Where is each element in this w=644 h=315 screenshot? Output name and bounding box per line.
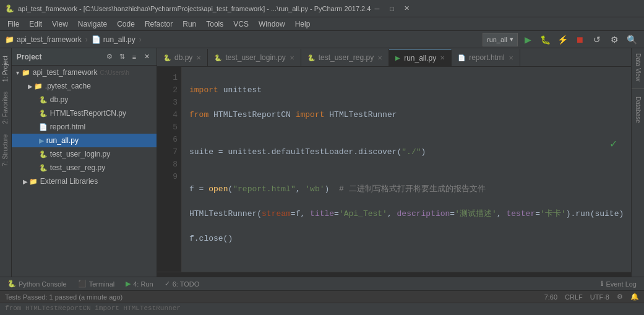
tree-item-reg[interactable]: 🐍 test_user_reg.py <box>12 161 157 175</box>
menu-item-help[interactable]: Help <box>290 19 316 30</box>
project-header-title: Project <box>17 53 42 61</box>
tab-close-report[interactable]: ✕ <box>509 54 513 61</box>
expander-icon: ▾ <box>14 69 22 76</box>
search-everywhere-button[interactable]: 🔍 <box>624 32 639 47</box>
breadcrumb-sep: › <box>85 35 88 44</box>
expander-icon: ▶ <box>27 83 34 90</box>
tree-item-extlibs[interactable]: ▶ 📁 External Libraries <box>12 175 157 188</box>
tab-label-report: report.html <box>469 53 504 62</box>
expander-icon: ▶ <box>22 178 29 185</box>
tab-close-reg[interactable]: ✕ <box>377 54 382 61</box>
tree-item-report[interactable]: 📄 report.html <box>12 120 157 134</box>
tab-todo[interactable]: ✓ 6: TODO <box>160 277 205 291</box>
run-config-selector[interactable]: run_all ▾ <box>483 33 518 46</box>
terminal-label: Terminal <box>89 280 115 288</box>
run-button[interactable]: ▶ <box>520 32 535 47</box>
tree-label-runall: run_all.py <box>46 136 79 145</box>
terminal-icon: ⬛ <box>78 280 87 288</box>
folder-icon: 📁 <box>29 178 38 186</box>
html-file-icon: 📄 <box>39 123 48 131</box>
menu-item-navigate[interactable]: Navigate <box>73 19 112 30</box>
line-ending[interactable]: CRLF <box>565 293 583 301</box>
code-content[interactable]: import unittest from HTMLTestReportCN im… <box>182 67 631 272</box>
menu-bar: FileEditViewNavigateCodeRefactorRunTools… <box>0 17 644 31</box>
tab-report[interactable]: 📄 report.html ✕ <box>452 49 520 66</box>
tab-eventlog[interactable]: ℹ Event Log <box>596 277 642 291</box>
tab-icon-reg: 🐍 <box>307 54 315 61</box>
chevron-down-icon: ▾ <box>510 35 513 43</box>
tab-close-runall[interactable]: ✕ <box>440 54 445 61</box>
tab-icon-runall: ▶ <box>395 54 400 61</box>
tree-root-label: api_test_framework <box>33 68 98 77</box>
tab-icon-report: 📄 <box>458 54 465 61</box>
run-icon: ▶ <box>126 280 131 288</box>
py-file-icon: 🐍 <box>39 164 48 172</box>
horizontal-scrollbar[interactable] <box>157 272 631 277</box>
tab-run[interactable]: ▶ 4: Run <box>121 277 158 291</box>
validation-check-icon: ✓ <box>609 138 617 150</box>
status-bar: Tests Passed: 1 passed (a minute ago) 7:… <box>0 290 644 303</box>
sidebar-tab-structure[interactable]: 7: Structure <box>1 129 10 171</box>
project-header-gear[interactable]: ≡ <box>129 52 139 62</box>
eventlog-label: Event Log <box>606 280 637 288</box>
menu-item-edit[interactable]: Edit <box>24 19 47 30</box>
settings-icon-status[interactable]: ⚙ <box>617 293 623 301</box>
todo-icon: ✓ <box>165 280 170 288</box>
breadcrumb-file[interactable]: run_all.py <box>103 35 135 44</box>
folder-icon: 📁 <box>5 35 14 44</box>
run-with-coverage-button[interactable]: ⚡ <box>555 32 570 47</box>
tree-item-db[interactable]: 🐍 db.py <box>12 93 157 106</box>
rerun-button[interactable]: ↺ <box>590 32 604 47</box>
menu-item-code[interactable]: Code <box>112 19 140 30</box>
root-folder-icon: 📁 <box>22 69 30 77</box>
close-button[interactable]: ✕ <box>400 4 413 14</box>
breadcrumb-project[interactable]: api_test_framework <box>17 35 82 44</box>
project-header-settings[interactable]: ⚙ <box>105 52 114 62</box>
right-tab-database[interactable]: Database <box>633 92 643 128</box>
sidebar-tab-favorites[interactable]: 2: Favorites <box>1 87 10 129</box>
menu-item-tools[interactable]: Tools <box>201 19 228 30</box>
project-panel: Project ⚙ ⇅ ≡ ✕ ▾ 📁 api_test_framework C… <box>12 48 157 277</box>
tab-reg[interactable]: 🐍 test_user_reg.py ✕ <box>301 49 389 66</box>
tab-db[interactable]: 🐍 db.py ✕ <box>157 49 208 66</box>
code-editor: 1 2 3 4 5 6 7 8 9 import unittest from H… <box>157 67 631 272</box>
py-file-icon: 🐍 <box>39 110 48 118</box>
minimize-button[interactable]: ─ <box>371 4 383 14</box>
debug-button[interactable]: 🐛 <box>538 32 552 47</box>
stop-button[interactable]: ⏹ <box>572 32 587 47</box>
nav-bar: 📁 api_test_framework › 📄 run_all.py › ru… <box>0 31 644 48</box>
menu-item-run[interactable]: Run <box>178 19 201 30</box>
menu-item-view[interactable]: View <box>47 19 73 30</box>
encoding[interactable]: UTF-8 <box>590 293 609 301</box>
project-header-close[interactable]: ✕ <box>142 52 152 62</box>
right-sidebar: Data View Database <box>631 48 644 277</box>
tab-runall[interactable]: ▶ run_all.py ✕ <box>389 49 452 66</box>
right-tab-dataview[interactable]: Data View <box>633 48 643 86</box>
window-title: api_test_framework - [C:\Users\hanzhicha… <box>18 5 371 12</box>
menu-item-refactor[interactable]: Refactor <box>140 19 178 30</box>
maximize-button[interactable]: □ <box>385 4 398 14</box>
tab-terminal[interactable]: ⬛ Terminal <box>73 277 120 291</box>
tab-label-db: db.py <box>174 53 192 62</box>
tab-login[interactable]: 🐍 test_user_login.py ✕ <box>208 49 301 66</box>
menu-item-window[interactable]: Window <box>254 19 290 30</box>
menu-item-file[interactable]: File <box>2 19 24 30</box>
tab-python-console[interactable]: 🐍 Python Console <box>2 277 72 291</box>
window-controls: ─ □ ✕ <box>371 4 413 14</box>
sidebar-tab-project[interactable]: 1: Project <box>1 51 10 87</box>
tree-label-db: db.py <box>50 95 68 104</box>
tree-item-runall[interactable]: ▶ run_all.py <box>12 134 157 147</box>
py-file-icon: 🐍 <box>39 96 48 104</box>
menu-item-vcs[interactable]: VCS <box>228 19 254 30</box>
tree-item-htmltestreport[interactable]: 🐍 HTMLTestReportCN.py <box>12 106 157 120</box>
tab-close-login[interactable]: ✕ <box>290 54 294 61</box>
tab-close-db[interactable]: ✕ <box>196 54 201 61</box>
settings-button[interactable]: ⚙ <box>607 32 622 47</box>
project-header-sync[interactable]: ⇅ <box>117 52 127 62</box>
notification-icon[interactable]: 🔔 <box>630 293 639 301</box>
cursor-position[interactable]: 7:60 <box>544 293 557 301</box>
title-bar: 🐍 api_test_framework - [C:\Users\hanzhic… <box>0 0 644 17</box>
tree-item-login[interactable]: 🐍 test_user_login.py <box>12 147 157 161</box>
tree-root[interactable]: ▾ 📁 api_test_framework C:\Users\h <box>12 66 157 79</box>
tree-item-pytest-cache[interactable]: ▶ 📁 .pytest_cache <box>12 79 157 93</box>
